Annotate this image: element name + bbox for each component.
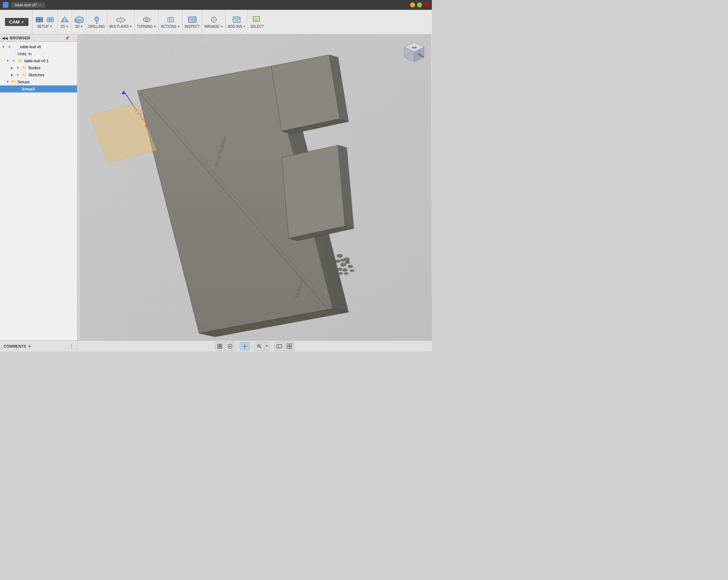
browser-header: ◀◀ BROWSER 📌 ⋮: [0, 34, 77, 42]
svg-marker-36: [282, 145, 345, 238]
view-cube[interactable]: TOP RIGHT: [400, 38, 428, 66]
setup-icon-1[interactable]: [34, 15, 44, 24]
tree-arrow-root: ▼: [1, 45, 6, 49]
tree-item-units[interactable]: 📄 Units: in: [0, 50, 77, 57]
tree-label-bodies: Bodies: [28, 66, 40, 70]
toolbar-inspect[interactable]: INSPECT: [183, 10, 202, 34]
cam-button[interactable]: CAM ▼: [5, 18, 28, 26]
toolbar-manage[interactable]: MANAGE ▼: [202, 10, 225, 34]
manage-icon[interactable]: [209, 15, 219, 24]
svg-rect-63: [220, 344, 222, 346]
display-mode-button[interactable]: [275, 342, 285, 350]
setup-dropdown-arrow: ▼: [50, 25, 52, 28]
tree-arrow-sketches: ▶: [10, 73, 14, 77]
svg-marker-33: [271, 55, 340, 131]
grid-view-button[interactable]: [285, 342, 294, 350]
svg-point-67: [229, 346, 231, 347]
svg-rect-75: [287, 344, 289, 346]
svg-rect-73: [277, 344, 282, 348]
close-button[interactable]: [424, 2, 429, 7]
tree-item-setups[interactable]: ▼ 📁 Setups: [0, 78, 77, 85]
tree-label-setups: Setups: [18, 80, 30, 84]
minimize-button[interactable]: [410, 2, 415, 7]
doc-icon-root: 📄: [13, 44, 19, 50]
browser-collapse-button[interactable]: ◀◀: [2, 36, 8, 40]
svg-text:⚙: ⚙: [236, 19, 238, 22]
eye-icon-bodies[interactable]: 👁: [15, 65, 21, 71]
cam-label: CAM: [9, 19, 20, 25]
2d-label: 2D ▼: [60, 25, 69, 28]
tree-item-setup3[interactable]: ⚙ Setup3: [0, 85, 77, 92]
tab-close-button[interactable]: ×: [39, 3, 41, 7]
2d-icon[interactable]: [60, 15, 70, 24]
toolbar-turning[interactable]: TURNING ▼: [135, 10, 159, 34]
tree-item-root[interactable]: ▼ 👁 📄 table-leaf v6: [0, 43, 77, 50]
select-icon[interactable]: [252, 15, 262, 24]
toolbar-select[interactable]: SELECT: [248, 10, 266, 34]
multiaxis-icon[interactable]: [116, 15, 126, 24]
svg-point-43: [336, 260, 340, 263]
cam-menu[interactable]: CAM ▼: [1, 10, 32, 34]
setup-label: SETUP ▼: [37, 25, 52, 28]
display-btn-group: [274, 342, 295, 351]
addins-icon[interactable]: ⚙: [232, 15, 242, 24]
control-separator-3: [272, 343, 272, 350]
document-tab[interactable]: table-leaf v6* ×: [11, 2, 45, 8]
main-toolbar: CAM ▼ SETUP ▼ 2D ▼: [0, 10, 432, 34]
units-icon: 📄: [11, 51, 17, 57]
tab-title: table-leaf v6*: [15, 3, 37, 7]
tree-label-root: table-leaf v6: [20, 45, 41, 49]
tree-label-component: table-leaf v6:1: [24, 59, 49, 63]
tree-item-bodies[interactable]: ▶ 👁 📁 Bodies: [0, 64, 77, 71]
toolbar-2d[interactable]: 2D ▼: [58, 10, 72, 34]
toolbar-setup[interactable]: SETUP ▼: [32, 10, 58, 34]
3d-icon[interactable]: [74, 15, 84, 24]
actions-dropdown-arrow: ▼: [177, 25, 180, 28]
svg-point-42: [348, 265, 353, 268]
comments-label: COMMENTS: [4, 344, 26, 348]
inspect-icon[interactable]: [187, 15, 197, 24]
sidebar: ◀◀ BROWSER 📌 ⋮ ▼ 👁 📄 table-leaf v6 📄 Uni…: [0, 34, 77, 340]
svg-rect-62: [218, 344, 219, 346]
svg-point-50: [339, 272, 343, 275]
zoom-extents-button[interactable]: [255, 342, 264, 350]
drilling-label: DRILLING: [89, 25, 105, 28]
main-content: ◀◀ BROWSER 📌 ⋮ ▼ 👁 📄 table-leaf v6 📄 Uni…: [0, 34, 432, 340]
eye-icon-component[interactable]: 👁: [11, 58, 17, 64]
comments-resize-handle[interactable]: ⋮: [69, 344, 74, 349]
setup-icon-2[interactable]: [45, 15, 55, 24]
home-view-button[interactable]: [225, 342, 235, 350]
toolbar-addins[interactable]: ⚙ ADD-INS ▼: [225, 10, 248, 34]
drilling-icon[interactable]: [92, 15, 102, 24]
tree-item-sketches[interactable]: ▶ 👁 📁 Sketches: [0, 71, 77, 78]
browser-tree: ▼ 👁 📄 table-leaf v6 📄 Units: in ▼ 👁 📁 ta…: [0, 42, 77, 340]
svg-line-70: [260, 347, 261, 348]
turning-dropdown-arrow: ▼: [154, 25, 157, 28]
turning-icon[interactable]: [142, 15, 152, 24]
folder-icon-setups: 📁: [11, 79, 17, 85]
toolbar-actions[interactable]: G1 ACTIONS ▼: [159, 10, 182, 34]
toolbar-multiaxis[interactable]: MULTI-AXIS ▼: [107, 10, 135, 34]
svg-point-12: [145, 18, 148, 22]
browser-resize-handle[interactable]: ⋮: [71, 36, 75, 40]
svg-point-44: [343, 269, 347, 271]
maximize-button[interactable]: [417, 2, 422, 7]
multiaxis-label: MULTI-AXIS ▼: [109, 25, 132, 28]
svg-rect-77: [287, 347, 289, 349]
select-label: SELECT: [250, 25, 264, 28]
fit-all-button[interactable]: [215, 342, 225, 350]
eye-icon-sketches[interactable]: 👁: [15, 72, 21, 78]
toolbar-drilling[interactable]: DRILLING: [87, 10, 107, 34]
manage-label: MANAGE ▼: [204, 25, 223, 28]
svg-rect-78: [290, 347, 292, 349]
pan-button[interactable]: [240, 342, 250, 350]
tree-item-component[interactable]: ▼ 👁 📁 table-leaf v6:1: [0, 57, 77, 64]
3d-viewport[interactable]: Join us for dinner Eat with us: [79, 34, 432, 340]
zoom-dropdown-button[interactable]: ▼: [264, 342, 269, 350]
browser-pin-button[interactable]: 📌: [65, 36, 69, 40]
toolbar-3d[interactable]: 3D ▼: [72, 10, 87, 34]
eye-icon-root[interactable]: 👁: [7, 44, 12, 50]
actions-icon[interactable]: G1: [166, 15, 175, 24]
tree-arrow-bodies: ▶: [10, 66, 14, 70]
add-comment-button[interactable]: +: [28, 343, 31, 349]
